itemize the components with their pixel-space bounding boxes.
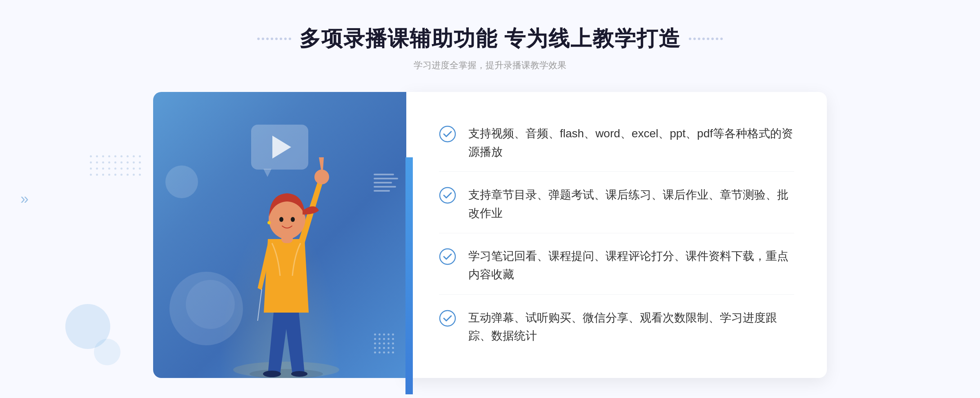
illus-circle-3 [165,165,198,198]
feature-item-1: 支持视频、音频、flash、word、excel、ppt、pdf等各种格式的资源… [439,114,794,172]
bg-circle-small [94,339,120,365]
chevron-left-icon: » [20,192,29,206]
illustration-area [153,92,406,378]
svg-point-4 [314,170,329,184]
bg-dot-pattern-left [90,155,141,176]
feature-text-2: 支持章节目录、弹题考试、课后练习、课后作业、章节测验、批改作业 [468,186,794,223]
header-dots-right [689,38,723,40]
features-area: 支持视频、音频、flash、word、excel、ppt、pdf等各种格式的资源… [406,92,827,378]
human-figure [221,133,352,378]
page-container: » 多项录播课辅助功能 专为线上教学打造 学习进度全掌握，提升录播课教学效果 [0,0,980,398]
check-circle-icon-2 [439,187,456,204]
check-circle-icon-4 [439,310,456,327]
svg-point-8 [291,217,295,222]
svg-point-12 [440,249,455,264]
check-circle-icon-1 [439,125,456,143]
main-title: 多项录播课辅助功能 专为线上教学打造 [299,25,681,53]
svg-point-3 [291,371,307,377]
feature-text-3: 学习笔记回看、课程提问、课程评论打分、课件资料下载，重点内容收藏 [468,247,794,284]
svg-point-2 [263,371,281,377]
svg-point-13 [440,311,455,326]
svg-point-11 [440,188,455,203]
check-circle-icon-3 [439,248,456,265]
feature-text-4: 互动弹幕、试听购买、微信分享、观看次数限制、学习进度跟踪、数据统计 [468,309,794,346]
feature-item-4: 互动弹幕、试听购买、微信分享、观看次数限制、学习进度跟踪、数据统计 [439,299,794,356]
feature-item-2: 支持章节目录、弹题考试、课后练习、课后作业、章节测验、批改作业 [439,176,794,233]
header-dots-left [257,38,291,40]
svg-point-9 [267,221,271,224]
left-arrow-decoration: » [20,192,29,206]
svg-point-7 [279,217,283,222]
feature-text-1: 支持视频、音频、flash、word、excel、ppt、pdf等各种格式的资源… [468,125,794,161]
header-decoration: 多项录播课辅助功能 专为线上教学打造 [257,25,723,53]
svg-point-10 [440,126,455,142]
header-section: 多项录播课辅助功能 专为线上教学打造 学习进度全掌握，提升录播课教学效果 [257,0,723,72]
feature-item-3: 学习笔记回看、课程提问、课程评论打分、课件资料下载，重点内容收藏 [439,237,794,295]
subtitle: 学习进度全掌握，提升录播课教学效果 [257,59,723,72]
illus-stripes [374,174,398,192]
illus-dot-grid [374,333,394,353]
content-area: 支持视频、音频、flash、word、excel、ppt、pdf等各种格式的资源… [153,92,827,378]
blue-separator-bar [405,157,413,394]
